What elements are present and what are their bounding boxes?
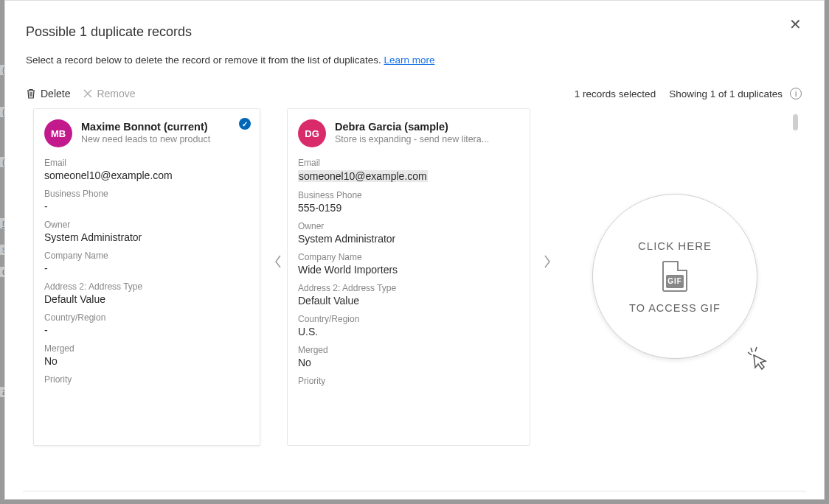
avatar: MB — [44, 119, 72, 147]
field-label: Email — [298, 158, 519, 168]
close-button[interactable]: ✕ — [789, 17, 802, 32]
field-priority: Priority — [44, 374, 249, 385]
x-icon — [83, 89, 92, 98]
field-label: Address 2: Address Type — [44, 281, 249, 292]
field-merged: Merged No — [298, 345, 519, 368]
field-label: Priority — [298, 376, 519, 386]
toolbar: Delete Remove 1 records selected Showing… — [23, 85, 806, 107]
remove-button[interactable]: Remove — [83, 88, 135, 99]
field-label: Address 2: Address Type — [298, 283, 519, 293]
selected-check-icon — [239, 118, 251, 130]
field-addr2type: Address 2: Address Type Default Value — [298, 283, 519, 307]
learn-more-link[interactable]: Learn more — [384, 55, 435, 66]
field-company: Company Name Wide World Importers — [298, 252, 519, 276]
info-icon[interactable]: i — [790, 88, 802, 99]
avatar: DG — [298, 119, 326, 147]
delete-label: Delete — [41, 88, 70, 99]
field-value: No — [298, 357, 519, 368]
card-header: MB Maxime Bonnot (current) New need lead… — [44, 119, 249, 147]
field-merged: Merged No — [44, 343, 249, 367]
selected-count: 1 records selected — [575, 88, 656, 99]
field-country: Country/Region - — [44, 312, 249, 336]
cursor-click-icon — [743, 345, 773, 374]
next-card-button[interactable] — [537, 251, 558, 272]
field-owner: Owner System Administrator — [44, 220, 249, 243]
field-label: Business Phone — [298, 190, 519, 200]
field-label: Merged — [298, 345, 519, 355]
field-value: - — [44, 324, 249, 336]
field-value: 555-0159 — [298, 202, 519, 214]
field-value: - — [44, 262, 249, 274]
delete-button[interactable]: Delete — [26, 88, 70, 99]
record-card-current[interactable]: MB Maxime Bonnot (current) New need lead… — [33, 108, 260, 446]
duplicate-records-dialog: ✕ Possible 1 duplicate records Select a … — [4, 0, 825, 500]
field-label: Merged — [44, 343, 249, 354]
field-value: someonel10@example.com — [298, 170, 428, 182]
field-email: Email someonel10@example.com — [44, 158, 249, 181]
gif-icon-label: GIF — [666, 275, 684, 288]
field-label: Email — [44, 158, 249, 168]
card-subtitle: Store is expanding - send new litera... — [335, 134, 489, 144]
dialog-subtitle: Select a record below to delete the reco… — [26, 55, 806, 66]
field-value: someonel10@example.com — [44, 169, 249, 181]
svg-line-1 — [751, 348, 752, 352]
field-country: Country/Region U.S. — [298, 314, 519, 337]
dialog-title: Possible 1 duplicate records — [26, 24, 806, 40]
field-phone: Business Phone 555-0159 — [298, 190, 519, 214]
field-value: System Administrator — [298, 233, 519, 245]
svg-line-2 — [755, 347, 757, 351]
field-label: Company Name — [298, 252, 519, 262]
field-value: No — [44, 355, 249, 367]
field-label: Company Name — [44, 251, 249, 261]
trash-icon — [26, 88, 36, 99]
field-priority: Priority — [298, 376, 519, 386]
remove-label: Remove — [97, 88, 135, 99]
prev-card-button[interactable] — [268, 251, 288, 272]
field-value: U.S. — [298, 326, 519, 337]
field-label: Business Phone — [44, 189, 249, 199]
field-value: Default Value — [44, 293, 249, 305]
field-addr2type: Address 2: Address Type Default Value — [44, 281, 249, 305]
field-value: - — [44, 200, 249, 212]
field-phone: Business Phone - — [44, 189, 249, 212]
field-label: Owner — [44, 220, 249, 230]
gif-file-icon: GIF — [662, 261, 687, 292]
record-card-duplicate[interactable]: DG Debra Garcia (sample) Store is expand… — [287, 108, 530, 446]
showing-count: Showing 1 of 1 duplicates — [669, 88, 783, 99]
field-value: Wide World Importers — [298, 264, 519, 276]
field-company: Company Name - — [44, 251, 249, 274]
card-subtitle: New need leads to new product — [81, 134, 210, 144]
field-label: Country/Region — [44, 312, 249, 323]
card-title: Maxime Bonnot (current) — [81, 121, 210, 133]
field-value: Default Value — [298, 295, 519, 307]
svg-line-0 — [748, 352, 752, 355]
field-email: Email someonel10@example.com — [298, 158, 519, 183]
cards-area: MB Maxime Bonnot (current) New need lead… — [23, 108, 806, 491]
card-header: DG Debra Garcia (sample) Store is expand… — [298, 119, 519, 147]
field-value: System Administrator — [44, 231, 249, 243]
gif-badge-line2: TO ACCESS GIF — [629, 302, 721, 314]
field-label: Owner — [298, 221, 519, 231]
subtitle-text: Select a record below to delete the reco… — [26, 55, 384, 66]
field-label: Priority — [44, 374, 249, 385]
gif-badge-line1: CLICK HERE — [638, 239, 712, 252]
card-title: Debra Garcia (sample) — [335, 121, 489, 133]
scrollbar-thumb[interactable] — [793, 114, 798, 130]
gif-access-badge[interactable]: CLICK HERE GIF TO ACCESS GIF — [592, 194, 757, 359]
field-owner: Owner System Administrator — [298, 221, 519, 245]
field-label: Country/Region — [298, 314, 519, 324]
